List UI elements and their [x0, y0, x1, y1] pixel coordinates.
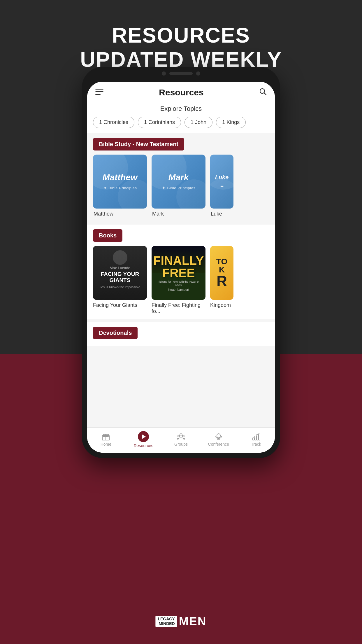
- logo-box: LEGACY MINDED: [155, 616, 177, 627]
- bible-card-luke[interactable]: Luke ✦ Luke: [210, 155, 233, 217]
- bottom-logo: LEGACY MINDED MEN: [155, 615, 206, 628]
- logo-line1: LEGACY: [158, 617, 175, 621]
- kingdom-cover: TO K R: [210, 246, 233, 300]
- scroll-content[interactable]: Explore Topics 1 Chronicles 1 Corinthian…: [87, 102, 275, 427]
- devotionals-section-label-wrap: Devotionals: [87, 322, 275, 343]
- kingdom-label-r: R: [217, 274, 227, 288]
- svg-point-12: [182, 435, 184, 437]
- finally-free-title: FINALLY: [152, 255, 205, 267]
- matthew-principles-text: Bible Principles: [109, 186, 137, 190]
- menu-icon[interactable]: [95, 88, 103, 97]
- mark-bible-principles-logo: ✦ Bible Principles: [162, 185, 196, 191]
- camera-dot-left: [162, 71, 166, 76]
- finally-free-label: Finally Free: Fighting fo...: [152, 302, 205, 314]
- svg-rect-18: [257, 434, 258, 440]
- mark-card-image: Mark ✦ Bible Principles: [152, 155, 205, 209]
- kingdom-cover-art: TO K R: [210, 246, 233, 300]
- svg-rect-2: [95, 94, 101, 95]
- facing-giants-subtitle: Jesus Knows the Impossible: [93, 285, 147, 289]
- explore-topics-section: Explore Topics 1 Chronicles 1 Corinthian…: [87, 102, 275, 133]
- svg-rect-13: [217, 434, 220, 438]
- svg-rect-0: [95, 89, 103, 90]
- finally-free-subtitle: Fighting for Purity with the Power of Gr…: [152, 280, 205, 286]
- resources-play-icon: [140, 433, 147, 440]
- dove-icon-luke: ✦: [220, 184, 224, 189]
- finally-free-cover-art: FINALLY FREE Fighting for Purity with th…: [152, 246, 205, 300]
- dove-icon-matthew: ✦: [103, 185, 107, 191]
- svg-rect-19: [259, 433, 260, 440]
- matthew-card-image: Matthew ✦ Bible Principles: [93, 155, 147, 209]
- speaker-bar: [169, 72, 193, 75]
- luke-bible-principles-logo: ✦: [220, 184, 224, 189]
- topic-chip-kings[interactable]: 1 Kings: [216, 117, 246, 128]
- mark-principles-text: Bible Principles: [167, 186, 196, 190]
- topic-chip-john[interactable]: 1 John: [184, 117, 212, 128]
- kingdom-label-k: K: [219, 266, 225, 274]
- nav-item-groups[interactable]: Groups: [169, 433, 193, 447]
- svg-rect-17: [255, 436, 256, 440]
- topic-chip-chronicles[interactable]: 1 Chronicles: [93, 117, 134, 128]
- finally-free-author: Heath Lambert: [152, 288, 205, 291]
- matthew-card-label: Matthew: [93, 211, 147, 217]
- nav-item-track[interactable]: Track: [245, 433, 268, 447]
- hero-section: RESOURCES UPDATED WEEKLY: [0, 0, 362, 72]
- bible-study-cards-row: Matthew ✦ Bible Principles Matthew: [87, 155, 275, 222]
- finally-free-cover: FINALLY FREE Fighting for Purity with th…: [152, 246, 205, 300]
- luke-card-label: Luke: [210, 211, 233, 217]
- facing-giants-cover: Max Lucado FACING YOUR GIANTS Jesus Know…: [93, 246, 147, 300]
- svg-rect-16: [253, 438, 254, 440]
- bible-study-section-label: Bible Study - New Testament: [87, 133, 275, 155]
- nav-label-conference: Conference: [208, 442, 229, 447]
- phone-screen: Resources Explore Topics 1 Chronicles 1 …: [87, 82, 275, 453]
- devotionals-section: Devotionals: [87, 322, 275, 346]
- mark-card-label: Mark: [152, 211, 205, 217]
- book-card-kingdom[interactable]: TO K R Kingdom: [210, 246, 233, 314]
- bible-card-mark[interactable]: Mark ✦ Bible Principles Mark: [152, 155, 205, 217]
- facing-giants-cover-art: Max Lucado FACING YOUR GIANTS Jesus Know…: [93, 246, 147, 300]
- kingdom-label: Kingdom: [210, 302, 233, 308]
- nav-item-conference[interactable]: Conference: [207, 433, 230, 447]
- svg-point-11: [178, 435, 180, 437]
- dove-icon-mark: ✦: [162, 185, 166, 191]
- luke-card-image: Luke ✦: [210, 155, 233, 209]
- kingdom-label-to: TO: [216, 258, 227, 266]
- nav-item-resources[interactable]: Resources: [132, 431, 155, 448]
- bible-study-section: Bible Study - New Testament Matthew ✦ Bi…: [87, 133, 275, 222]
- logo-line2: MINDED: [158, 622, 175, 626]
- conference-icon: [215, 433, 223, 441]
- nav-label-track: Track: [251, 442, 261, 447]
- matthew-book-name: Matthew: [103, 172, 138, 182]
- search-icon[interactable]: [259, 88, 267, 97]
- resources-active-dot: [138, 431, 149, 442]
- camera-dot-right: [196, 71, 200, 76]
- nav-item-home[interactable]: Home: [94, 433, 117, 447]
- mark-book-name: Mark: [168, 172, 189, 182]
- books-cards-row: Max Lucado FACING YOUR GIANTS Jesus Know…: [87, 246, 275, 319]
- app-content: Resources Explore Topics 1 Chronicles 1 …: [87, 82, 275, 453]
- finally-free-title2: FREE: [152, 267, 205, 279]
- nav-label-home: Home: [101, 442, 111, 447]
- nav-label-resources: Resources: [134, 443, 153, 448]
- bible-card-matthew[interactable]: Matthew ✦ Bible Principles Matthew: [93, 155, 147, 217]
- hero-line1: RESOURCES: [0, 23, 362, 48]
- home-icon: [102, 433, 110, 441]
- svg-line-4: [264, 93, 266, 95]
- book-card-facing-giants[interactable]: Max Lucado FACING YOUR GIANTS Jesus Know…: [93, 246, 147, 314]
- logo-men: MEN: [179, 615, 207, 628]
- svg-marker-9: [142, 434, 146, 439]
- facing-giants-label: Facing Your Giants: [93, 302, 147, 308]
- app-header: Resources: [87, 82, 275, 102]
- track-icon: [252, 433, 260, 441]
- luke-book-name: Luke: [215, 174, 229, 181]
- phone-top-bar: [82, 67, 280, 80]
- book-card-finally-free[interactable]: FINALLY FREE Fighting for Purity with th…: [152, 246, 205, 314]
- books-section-label-wrap: Books: [87, 225, 275, 246]
- groups-icon: [177, 433, 185, 441]
- matthew-bible-principles-logo: ✦ Bible Principles: [103, 185, 137, 191]
- facing-giants-author: Max Lucado: [93, 266, 147, 270]
- facing-giants-title: FACING YOUR GIANTS: [93, 271, 147, 284]
- svg-rect-1: [95, 91, 103, 92]
- topic-chip-corinthians[interactable]: 1 Corinthians: [138, 117, 181, 128]
- bottom-nav: Home Resources: [87, 427, 275, 453]
- books-section: Books Max Lucado FACIN: [87, 225, 275, 319]
